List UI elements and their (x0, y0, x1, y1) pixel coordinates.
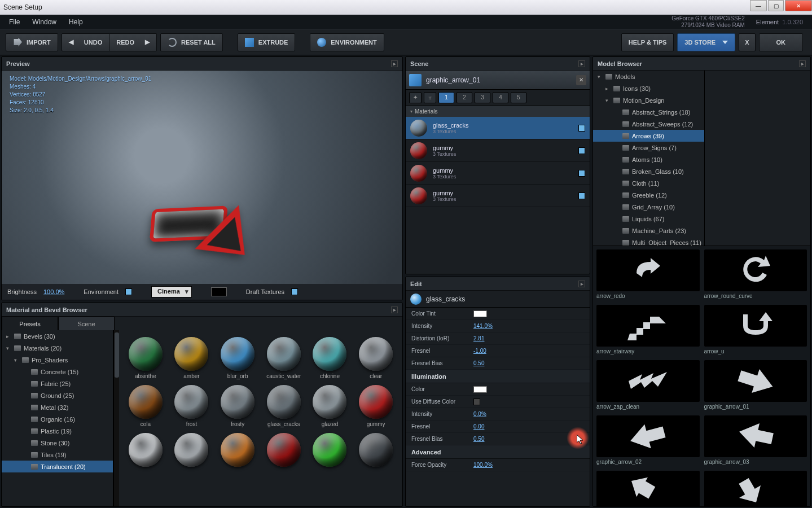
window-minimize-button[interactable]: — (750, 0, 767, 11)
material-thumb[interactable]: chlorine (308, 337, 352, 379)
materials-subheader[interactable]: Materials (406, 106, 590, 117)
tree-item[interactable]: Translucent (20) (2, 461, 113, 472)
preview-expand-icon[interactable] (391, 60, 398, 67)
edit-properties[interactable]: Color TintIntensity141.0%Distortion (IoR… (406, 308, 590, 506)
window-maximize-button[interactable]: ▢ (768, 0, 784, 11)
scene-materials-list[interactable]: glass_cracks3 Textures gummy3 Textures g… (406, 117, 590, 274)
model-tree-item[interactable]: Abstract_Sweeps (12) (593, 118, 704, 130)
material-thumb[interactable]: glazed (308, 385, 352, 427)
material-visible-checkbox[interactable] (578, 170, 585, 177)
model-card[interactable] (704, 471, 807, 506)
material-thumb[interactable] (354, 433, 398, 469)
model-tree-item[interactable]: Arrow_Signs (7) (593, 142, 704, 154)
material-thumb[interactable]: frosty (216, 385, 260, 427)
property-value[interactable]: 0.50 (473, 360, 484, 366)
model-card[interactable]: graphic_arrow_03 (704, 415, 807, 465)
redo-button[interactable]: REDO ▶ (109, 33, 157, 51)
tree-item[interactable]: ▸Bevels (30) (2, 330, 113, 342)
reset-all-button[interactable]: RESET ALL (160, 33, 223, 51)
property-checkbox[interactable] (473, 398, 480, 405)
brightness-value[interactable]: 100.0% (43, 288, 64, 295)
model-browser-expand-icon[interactable] (799, 60, 806, 67)
property-value[interactable]: 0.50 (473, 436, 484, 442)
model-card[interactable]: arrow_zap_clean (596, 360, 700, 410)
draft-textures-checkbox[interactable] (291, 288, 298, 295)
model-card[interactable]: arrow_stairway (596, 305, 700, 354)
model-card[interactable]: arrow_round_curve (704, 249, 807, 299)
undo-button[interactable]: ◀ UNDO (62, 33, 109, 51)
menu-help[interactable]: Help (69, 18, 83, 26)
model-tree-item[interactable]: ▾Models (593, 71, 704, 82)
scene-material-row[interactable]: gummy3 Textures (406, 139, 590, 162)
material-thumb[interactable]: blur_orb (216, 337, 260, 379)
model-tree-item[interactable]: Arrows (39) (593, 130, 704, 142)
tree-item[interactable]: Fabric (25) (2, 378, 113, 389)
material-thumb[interactable]: gummy (354, 385, 398, 427)
model-tree-item[interactable]: Machine_Parts (23) (593, 225, 704, 237)
menu-window[interactable]: Window (32, 18, 56, 26)
material-thumb[interactable] (308, 433, 352, 469)
extrude-button[interactable]: EXTRUDE (238, 33, 296, 51)
model-card[interactable]: graphic_arrow_01 (704, 360, 807, 410)
material-thumb[interactable]: clear (354, 337, 398, 379)
property-value[interactable]: 0.0% (473, 411, 486, 417)
tab-scene[interactable]: Scene (58, 317, 115, 330)
tree-item[interactable]: Stone (30) (2, 437, 113, 449)
property-value[interactable]: 0.00 (473, 423, 484, 430)
scene-tool-gear-icon[interactable]: ☼ (424, 92, 436, 103)
scene-material-row[interactable]: gummy3 Textures (406, 162, 590, 185)
color-swatch[interactable] (473, 386, 487, 393)
import-button[interactable]: IMPORT (6, 33, 58, 51)
scene-material-row[interactable]: glass_cracks3 Textures (406, 117, 590, 139)
preview-mode-dropdown[interactable]: Cinema (151, 286, 192, 297)
model-tree-item[interactable]: ▸Icons (30) (593, 82, 704, 94)
model-tree-item[interactable]: Greeble (12) (593, 189, 704, 201)
menu-file[interactable]: File (9, 18, 20, 26)
material-thumb[interactable]: cola (124, 385, 168, 427)
property-value[interactable]: -1.00 (473, 348, 486, 354)
tree-item[interactable]: Plastic (19) (2, 425, 113, 437)
material-visible-checkbox[interactable] (578, 125, 585, 132)
environment-button[interactable]: ENVIRONMENT (310, 33, 384, 51)
material-thumb[interactable] (216, 433, 260, 469)
material-thumb[interactable]: amber (170, 337, 214, 379)
3d-store-button[interactable]: 3D STORE (677, 33, 735, 51)
material-thumb[interactable] (170, 433, 214, 469)
material-thumb[interactable]: caustic_water (262, 337, 306, 379)
model-card[interactable]: arrow_u (704, 305, 807, 354)
group-slot-5[interactable]: 5 (511, 92, 526, 103)
tree-item[interactable]: Tiles (19) (2, 449, 113, 461)
property-value[interactable]: 141.0% (473, 323, 493, 329)
environment-checkbox[interactable] (125, 288, 132, 295)
model-card[interactable]: graphic_arrow_02 (596, 415, 700, 465)
window-close-button[interactable]: ✕ (785, 0, 812, 11)
model-card[interactable] (596, 471, 700, 506)
material-visible-checkbox[interactable] (578, 192, 585, 199)
material-tree-scrollbar[interactable] (113, 330, 119, 506)
property-value[interactable]: 100.0% (473, 462, 493, 468)
material-thumb[interactable]: glass_cracks (262, 385, 306, 427)
scene-expand-icon[interactable] (578, 60, 585, 67)
property-value[interactable]: 2.81 (473, 335, 484, 341)
tree-item[interactable]: Ground (25) (2, 389, 113, 401)
material-thumbnails[interactable]: absintheamberblur_orbcaustic_waterchlori… (119, 330, 402, 506)
material-thumb[interactable] (124, 433, 168, 469)
edit-expand-icon[interactable] (578, 281, 585, 287)
help-tips-button[interactable]: HELP & TIPS (621, 33, 674, 51)
tree-item[interactable]: ▾Pro_Shaders (2, 354, 113, 366)
model-tree-item[interactable]: Liquids (67) (593, 213, 704, 225)
model-tree-item[interactable]: Cloth (11) (593, 177, 704, 189)
model-tree[interactable]: ▾Models▸Icons (30)▾Motion_DesignAbstract… (593, 71, 705, 246)
group-slot-2[interactable]: 2 (457, 92, 472, 103)
model-grid[interactable]: arrow_redoarrow_round_curvearrow_stairwa… (593, 246, 810, 506)
model-tree-item[interactable]: Atoms (10) (593, 154, 704, 165)
scene-object-close[interactable]: ✕ (576, 75, 586, 85)
group-slot-1[interactable]: 1 (438, 92, 454, 103)
material-visible-checkbox[interactable] (578, 147, 585, 154)
tree-item[interactable]: Organic (16) (2, 413, 113, 425)
material-browser-expand-icon[interactable] (391, 306, 398, 313)
material-thumb[interactable] (262, 433, 306, 469)
model-card[interactable]: arrow_redo (596, 249, 700, 299)
scene-material-row[interactable]: gummy3 Textures (406, 185, 590, 207)
tree-item[interactable]: Concrete (15) (2, 366, 113, 378)
